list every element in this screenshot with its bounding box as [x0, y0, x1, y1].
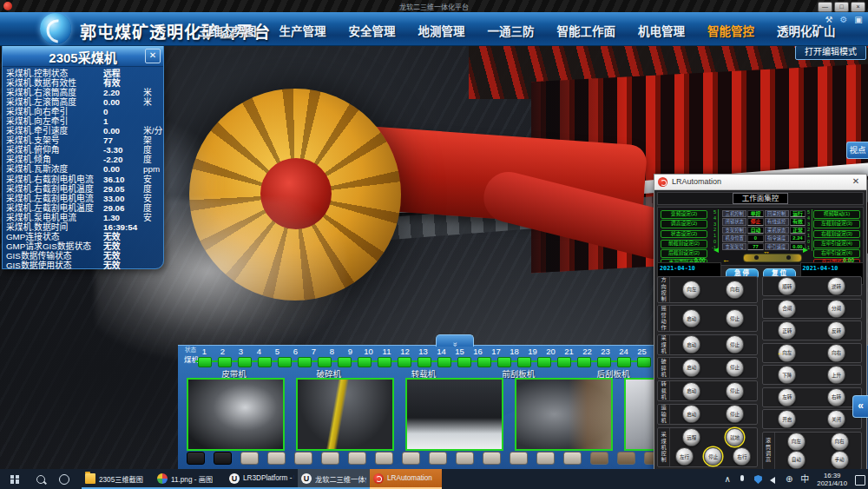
channel-status-indicator[interactable] — [477, 357, 491, 367]
control-button[interactable]: 向右 — [827, 344, 845, 362]
control-button[interactable]: 顺转 — [778, 277, 796, 295]
channel-status-indicator[interactable] — [437, 357, 451, 367]
side-panel-collapse-button[interactable]: « — [852, 395, 868, 418]
search-button[interactable] — [30, 475, 52, 484]
taskbar-app[interactable]: 11.png - 画图 — [154, 469, 226, 489]
channel-status-indicator[interactable] — [577, 357, 591, 367]
channel-status-indicator[interactable] — [597, 357, 611, 367]
channel-status-indicator[interactable] — [457, 357, 471, 367]
control-button[interactable]: 右行 — [733, 447, 751, 466]
channel-status-indicator[interactable] — [358, 357, 372, 367]
control-button[interactable]: 启动 — [682, 335, 700, 354]
ime-chinese-indicator[interactable]: 中 — [800, 469, 809, 489]
viewpoint-tab[interactable]: 视点 — [846, 142, 868, 159]
control-button[interactable]: 停止 — [704, 447, 722, 466]
hidden-icons-chevron[interactable]: ∧ — [725, 469, 731, 489]
nav-item-7[interactable]: 机电管理 — [638, 22, 685, 39]
nav-item-1[interactable]: 三维态势图 — [198, 22, 257, 39]
control-button[interactable]: 开启 — [778, 410, 796, 428]
control-button[interactable]: 左行 — [675, 447, 694, 466]
nav-item-5[interactable]: 一通三防 — [488, 22, 535, 39]
start-button[interactable] — [0, 469, 30, 489]
channel-status-indicator[interactable] — [378, 357, 391, 367]
nav-item-2[interactable]: 生产管理 — [279, 22, 326, 39]
window-mode-icon[interactable]: ▣ — [852, 14, 865, 25]
control-button[interactable]: 逆转 — [827, 277, 845, 295]
channel-status-indicator[interactable] — [517, 357, 531, 367]
nav-item-3[interactable]: 安全管理 — [349, 22, 396, 39]
control-button[interactable]: 合闸 — [778, 300, 796, 318]
open-edit-mode-button[interactable]: 打开编辑模式 — [795, 45, 866, 60]
control-button[interactable]: 左转 — [778, 388, 796, 406]
camera-panel-collapse-button[interactable]: « — [436, 334, 474, 347]
control-button[interactable]: 关闭 — [827, 410, 845, 428]
lr-function-button[interactable]: 调高设定(2) — [661, 220, 707, 228]
control-button[interactable]: 启动 — [682, 309, 700, 327]
nav-item-8[interactable]: 智能管控 — [707, 22, 754, 39]
channel-status-indicator[interactable] — [398, 357, 411, 367]
control-button[interactable]: 远程 — [682, 428, 700, 446]
channel-status-indicator[interactable] — [278, 357, 292, 367]
control-button[interactable]: 停止 — [726, 405, 744, 423]
lr-function-button[interactable]: 左截割设定(3) — [813, 220, 860, 228]
control-button[interactable]: 向左 — [787, 433, 806, 451]
control-button[interactable]: 右转 — [827, 388, 845, 406]
camera-feed[interactable] — [405, 378, 503, 451]
workface-control-tab[interactable]: 工作面集控 — [733, 193, 789, 204]
notification-center-icon[interactable] — [855, 474, 863, 484]
channel-status-indicator[interactable] — [198, 357, 212, 367]
lr-function-button[interactable]: 左牵引设定(4) — [813, 240, 860, 248]
control-button[interactable]: 向左 — [682, 281, 700, 299]
control-button[interactable]: 上升 — [827, 366, 845, 384]
maximize-button[interactable]: □ — [834, 2, 849, 12]
lr-function-button[interactable]: 变频设定(2) — [661, 210, 707, 219]
channel-status-indicator[interactable] — [637, 357, 651, 367]
channel-status-indicator[interactable] — [557, 357, 571, 367]
camera-feed[interactable] — [187, 378, 285, 451]
control-button[interactable]: 正转 — [778, 321, 796, 340]
control-button[interactable]: 向右 — [831, 433, 849, 451]
control-button[interactable]: 手动 — [831, 451, 849, 469]
security-shield-icon[interactable] — [754, 474, 762, 484]
channel-status-indicator[interactable] — [497, 357, 511, 367]
control-button[interactable]: 自动 — [787, 451, 806, 469]
lr-function-button[interactable]: 状态设定(2) — [661, 230, 707, 239]
close-button[interactable]: × — [851, 2, 865, 12]
channel-status-indicator[interactable] — [537, 357, 551, 367]
control-button[interactable]: 就地 — [726, 428, 744, 446]
control-button[interactable]: 启动 — [682, 405, 700, 423]
control-button[interactable]: 启动 — [682, 359, 700, 377]
lrautomation-close-button[interactable]: ✕ — [850, 176, 862, 186]
camera-feed[interactable] — [515, 378, 613, 451]
control-button[interactable]: 启动 — [682, 382, 700, 400]
channel-status-indicator[interactable] — [218, 357, 232, 367]
microphone-icon[interactable] — [739, 474, 746, 484]
control-button[interactable]: 下降 — [778, 366, 796, 384]
taskbar-app[interactable]: U龙软二三维一体化... — [298, 469, 370, 489]
lrautomation-titlebar[interactable]: LRAutomation ✕ — [654, 175, 866, 190]
tools-icon[interactable]: ⚒ — [823, 14, 835, 25]
minimize-button[interactable]: — — [818, 2, 832, 12]
volume-icon[interactable] — [770, 474, 778, 484]
camera-feed[interactable] — [296, 378, 394, 451]
lr-function-button[interactable]: 视频联动(1) — [813, 210, 860, 219]
taskbar-app[interactable]: LRAutomation — [370, 469, 442, 489]
settings-gear-icon[interactable]: ⚙ — [838, 14, 850, 25]
control-button[interactable]: 停止 — [726, 335, 744, 354]
cortana-button[interactable] — [52, 474, 76, 485]
lr-function-button[interactable]: 前截割设定(2) — [661, 240, 707, 248]
network-icon[interactable]: ⊕ — [786, 469, 792, 489]
taskbar-app[interactable]: ULR3DPlatform - U... — [226, 469, 298, 489]
channel-status-indicator[interactable] — [258, 357, 272, 367]
nav-item-6[interactable]: 智能工作面 — [557, 22, 616, 39]
channel-status-indicator[interactable] — [617, 357, 631, 367]
control-button[interactable]: 向右 — [726, 281, 744, 299]
control-button[interactable]: 停止 — [726, 382, 744, 400]
control-button[interactable]: 停止 — [726, 359, 744, 377]
channel-status-indicator[interactable] — [238, 357, 252, 367]
channel-status-indicator[interactable] — [318, 357, 332, 367]
clock[interactable]: 16:39 2021/4/10 — [817, 472, 847, 487]
control-button[interactable]: 停止 — [726, 309, 744, 327]
shearer-panel-close-button[interactable]: ✕ — [145, 49, 161, 63]
lr-function-button[interactable]: 右截割设定(3) — [813, 230, 860, 239]
